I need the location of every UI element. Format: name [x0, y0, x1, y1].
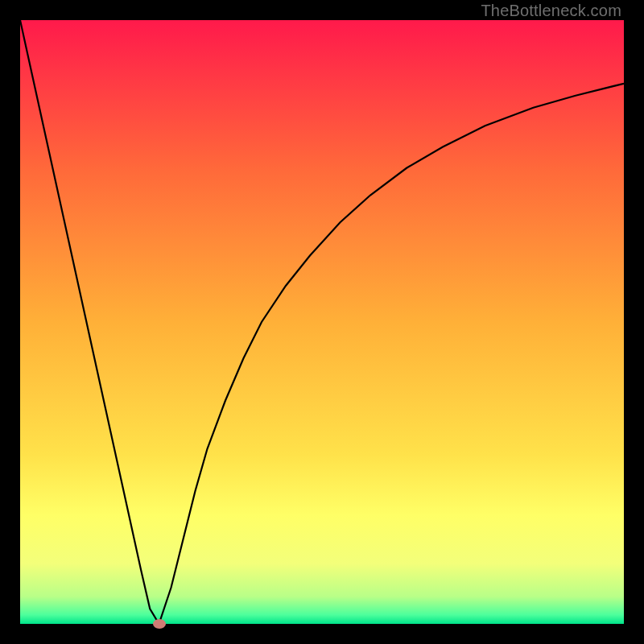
bottleneck-chart — [20, 20, 624, 624]
gradient-background — [20, 20, 624, 624]
chart-frame — [20, 20, 624, 624]
watermark-text: TheBottleneck.com — [481, 2, 621, 20]
optimal-point-marker — [153, 619, 166, 629]
